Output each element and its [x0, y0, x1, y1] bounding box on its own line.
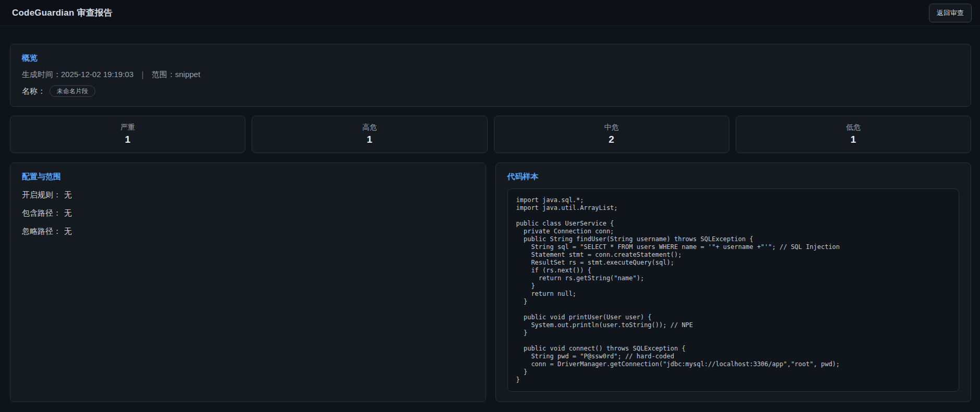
stat-value: 1	[16, 134, 240, 145]
top-bar: CodeGuardian 审查报告 返回审查	[0, 0, 980, 26]
config-scope-heading: 配置与范围	[22, 172, 474, 182]
config-row-ignore-paths: 忽略路径：无	[22, 227, 474, 236]
config-value: 无	[64, 190, 72, 199]
stat-label: 中危	[500, 123, 724, 132]
generated-time-value: 2025-12-02 19:19:03	[61, 70, 133, 79]
overview-card: 概览 生成时间：2025-12-02 19:19:03｜范围：snippet 名…	[10, 44, 971, 107]
stat-value: 2	[500, 134, 724, 145]
meta-separator: ｜	[139, 70, 146, 79]
stat-card-critical: 严重 1	[10, 116, 245, 153]
stat-value: 1	[257, 134, 481, 145]
detail-row: 配置与范围 开启规则：无 包含路径：无 忽略路径：无 代码样本 import j…	[10, 163, 971, 402]
snippet-name-badge: 未命名片段	[49, 85, 95, 97]
config-row-include-paths: 包含路径：无	[22, 208, 474, 218]
overview-heading: 概览	[22, 53, 959, 63]
config-rows: 开启规则：无 包含路径：无 忽略路径：无	[22, 190, 474, 236]
name-label: 名称：	[22, 86, 45, 96]
scope-value: snippet	[175, 70, 200, 79]
stat-value: 1	[741, 134, 965, 145]
code-sample-heading: 代码样本	[507, 172, 960, 182]
config-label: 包含路径：	[22, 208, 61, 217]
report-meta-line: 生成时间：2025-12-02 19:19:03｜范围：snippet	[22, 70, 959, 80]
back-to-review-button[interactable]: 返回审查	[929, 4, 972, 22]
stat-card-medium: 中危 2	[494, 116, 729, 153]
stat-card-low: 低危 1	[736, 116, 971, 153]
stat-card-high: 高危 1	[252, 116, 487, 153]
code-sample-card: 代码样本 import java.sql.*; import java.util…	[495, 163, 972, 402]
stat-label: 高危	[257, 123, 481, 132]
stat-label: 严重	[16, 123, 240, 132]
config-label: 开启规则：	[22, 190, 61, 199]
app-title: CodeGuardian 审查报告	[12, 7, 113, 19]
config-row-rules: 开启规则：无	[22, 190, 474, 200]
config-value: 无	[64, 227, 72, 235]
config-label: 忽略路径：	[22, 227, 61, 235]
scope-label: 范围：	[152, 70, 175, 79]
code-sample-block: import java.sql.*; import java.util.Arra…	[507, 189, 960, 392]
report-page: 概览 生成时间：2025-12-02 19:19:03｜范围：snippet 名…	[0, 26, 980, 412]
config-value: 无	[64, 208, 72, 217]
name-line: 名称： 未命名片段	[22, 85, 959, 97]
severity-stats-row: 严重 1 高危 1 中危 2 低危 1	[10, 116, 971, 153]
generated-time-label: 生成时间：	[22, 70, 61, 79]
stat-label: 低危	[741, 123, 965, 132]
config-scope-card: 配置与范围 开启规则：无 包含路径：无 忽略路径：无	[10, 163, 486, 402]
